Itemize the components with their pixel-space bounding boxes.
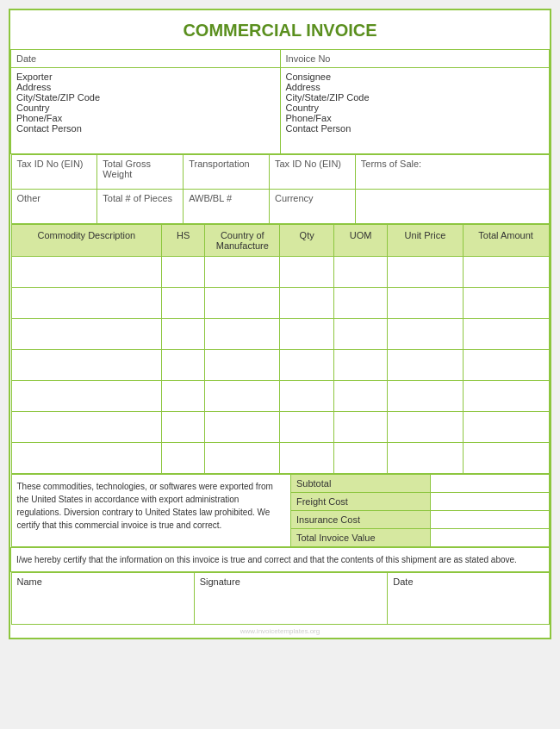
contact-person-label: Contact Person [16,123,275,134]
exporter-label: Exporter [16,72,275,82]
consignee-label: Consignee [286,72,544,82]
transportation-label: Transportation [184,155,270,190]
contact-person2-label: Contact Person [286,123,544,134]
commodity-row-5 [11,381,549,412]
tax-id-label: Tax ID No (EIN) [11,155,97,190]
country2-label: Country [286,103,544,113]
phone-fax2-label: Phone/Fax [286,113,544,123]
total-invoice-value [431,529,549,547]
watermark: www.invoicetemplates.org [11,625,550,638]
awb-label: AWB/BL # [184,190,270,224]
uom-header: UOM [333,225,387,257]
commodity-row-1 [11,257,549,288]
freight-cost-value [431,493,549,511]
invoice-title: COMMERCIAL INVOICE [10,10,550,49]
commodity-row-4 [11,350,549,381]
city-state-zip-label: City/State/ZIP Code [16,92,275,103]
commodity-row-7 [11,443,549,474]
unit-price-header: Unit Price [388,225,463,257]
terms-of-sale-value [355,190,549,224]
terms-of-sale-label: Terms of Sale: [355,155,549,190]
exporter-block: Exporter Address City/State/ZIP Code Cou… [11,68,281,154]
phone-fax-label: Phone/Fax [16,113,275,123]
commodity-desc-header: Commodity Description [11,225,162,257]
country-label: Country [16,103,275,113]
invoice-wrapper: COMMERCIAL INVOICE Date Invoice No Expor… [9,9,551,639]
freight-cost-label: Freight Cost [290,493,430,511]
total-pieces-label: Total # of Pieces [97,190,184,224]
date-bottom-label: Date [388,573,549,625]
total-amount-header: Total Amount [463,225,549,257]
hs-header: HS [162,225,205,257]
commodity-row-6 [11,412,549,443]
certify-text: I/we hereby certify that the information… [11,548,550,572]
commodity-row-2 [11,288,549,319]
commodity-row-3 [11,319,549,350]
invoice-no-label: Invoice No [280,50,550,68]
subtotal-value [431,475,549,493]
total-gross-weight-label: Total Gross Weight [97,155,184,190]
tax-id2-label: Tax ID No (EIN) [269,155,355,190]
insurance-cost-label: Insurance Cost [290,511,430,529]
country-manufacture-header: Country of Manufacture [205,225,280,257]
currency-label: Currency [269,190,355,224]
insurance-cost-value [431,511,549,529]
certification-text: These commodities, technologies, or soft… [11,475,290,547]
date-label: Date [11,50,281,68]
qty-header: Qty [280,225,333,257]
subtotal-label: Subtotal [290,475,430,493]
name-label: Name [11,573,194,625]
consignee-block: Consignee Address City/State/ZIP Code Co… [280,68,550,154]
signature-label: Signature [194,573,388,625]
other-label: Other [11,190,97,224]
address2-label: Address [286,82,544,92]
address-label: Address [16,82,275,92]
total-invoice-value-label: Total Invoice Value [290,529,430,547]
city-state-zip2-label: City/State/ZIP Code [286,92,544,103]
